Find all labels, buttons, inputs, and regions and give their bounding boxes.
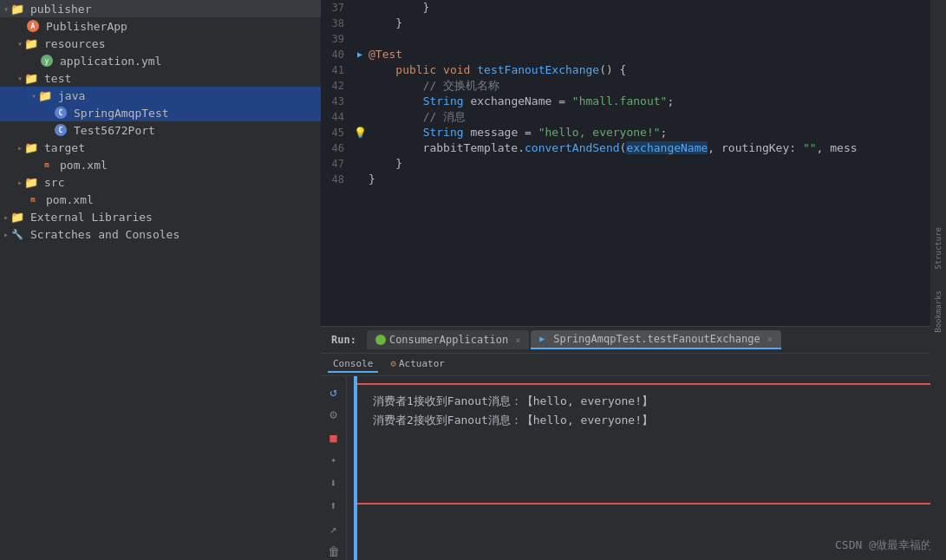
line-number: 46	[321, 140, 351, 156]
bookmarks-label: Bookmarks	[934, 290, 943, 333]
folder-icon: 📁	[24, 36, 38, 50]
code-text: }	[369, 172, 946, 187]
tree-item-src[interactable]: ▸📁src	[0, 173, 321, 191]
tree-item-label-publisher: publisher	[30, 3, 91, 16]
comment: // 消息	[423, 110, 466, 123]
tree-item-publisherapp[interactable]: APublisherApp	[0, 17, 321, 35]
code-line-46: 46 rabbitTemplate.convertAndSend(exchang…	[321, 140, 946, 156]
run-tabs: ConsumerApplication×▶SpringAmqpTest.test…	[367, 330, 781, 349]
code-text: }	[369, 16, 946, 31]
line-number: 38	[321, 16, 351, 31]
export-btn[interactable]: ↗	[324, 520, 343, 537]
restart-btn[interactable]: ↺	[324, 383, 343, 400]
yaml-icon: y	[40, 54, 54, 68]
chevron-icon: ▾	[31, 91, 36, 101]
xml-icon: m	[26, 192, 40, 206]
tree-item-label-applicationyml: application.yml	[60, 55, 161, 68]
line-number: 43	[321, 94, 351, 109]
run-tab-springtest[interactable]: ▶SpringAmqpTest.testFanoutExchange×	[531, 330, 780, 349]
tree-item-label-target: target	[44, 141, 85, 154]
code-line-38: 38 }	[321, 16, 946, 31]
code-text: }	[369, 156, 946, 172]
code-line-41: 41 public void testFanoutExchange() {	[321, 62, 946, 78]
code-line-40: 40▶@Test	[321, 47, 946, 62]
line-number: 40	[321, 47, 351, 62]
pin-btn[interactable]: ✦	[324, 452, 343, 469]
up-btn[interactable]: ⬆	[324, 497, 343, 514]
tree-item-springamqptest[interactable]: CSpringAmqpTest	[0, 104, 321, 121]
comment: // 交换机名称	[423, 79, 499, 92]
actuator-icon: ⚙	[390, 358, 396, 369]
chevron-icon: ▸	[3, 212, 9, 222]
toolbar-tab-console[interactable]: Console	[328, 356, 378, 373]
string-literal: "hello, everyone!"	[538, 126, 661, 139]
code-line-45: 45💡 String message = "hello, everyone!";	[321, 125, 946, 140]
folder-icon: 📁	[38, 88, 52, 102]
keyword: public	[395, 63, 436, 76]
string-literal: "hmall.fanout"	[572, 94, 668, 107]
lightbulb-icon[interactable]: 💡	[354, 125, 367, 140]
output-lines: 消费者1接收到Fanout消息：【hello, everyone!】消费者2接收…	[373, 392, 930, 430]
toolbar-tabs: Console⚙Actuator	[328, 356, 450, 373]
tree-item-resources[interactable]: ▾📁resources	[0, 35, 321, 52]
tree-item-label-test: test	[44, 72, 71, 85]
tree-item-applicationyml[interactable]: yapplication.yml	[0, 52, 321, 69]
code-text: public void testFanoutExchange() {	[369, 62, 946, 78]
tree-item-java[interactable]: ▾📁java	[0, 87, 321, 104]
java-icon: C	[54, 106, 68, 120]
folder-icon: 📁	[24, 71, 38, 85]
scratches-icon: 🔧	[10, 227, 24, 241]
line-number: 41	[321, 62, 351, 78]
line-number: 45	[321, 125, 351, 140]
output-line-1: 消费者2接收到Fanout消息：【hello, everyone!】	[373, 411, 930, 430]
run-label: Run:	[328, 334, 360, 346]
tree-item-publisher[interactable]: ▾📁publisher	[0, 0, 321, 17]
code-line-37: 37 }	[321, 0, 946, 16]
code-line-44: 44 // 消息	[321, 109, 946, 125]
line-number: 37	[321, 0, 351, 16]
run-side-toolbar: ↺ ⚙ ■ ✦ ⬇ ⬆ ↗ 🗑	[321, 376, 347, 560]
tree-item-test5672port[interactable]: CTest5672Port	[0, 121, 321, 139]
var-highlight: exchangeName	[626, 141, 708, 154]
annotation: @Test	[369, 48, 402, 61]
folder-icon: 📁	[10, 210, 24, 224]
structure-sidebar: Structure Bookmarks	[930, 0, 946, 560]
folder-icon: 📁	[10, 2, 24, 16]
toolbar-tab-actuator[interactable]: ⚙Actuator	[385, 356, 450, 373]
tree-item-pomxml1[interactable]: mpom.xml	[0, 156, 321, 173]
line-gutter: 💡	[351, 125, 369, 140]
type-keyword: String	[423, 126, 464, 139]
close-icon[interactable]: ×	[515, 335, 520, 345]
line-number: 42	[321, 78, 351, 94]
tree-item-pomxml2[interactable]: mpom.xml	[0, 191, 321, 208]
chevron-icon: ▸	[17, 178, 23, 187]
code-text: String message = "hello, everyone!";	[369, 125, 946, 140]
tree-item-test[interactable]: ▾📁test	[0, 69, 321, 87]
java-orange-icon: A	[26, 19, 40, 33]
output-line-0: 消费者1接收到Fanout消息：【hello, everyone!】	[373, 392, 930, 411]
close-icon[interactable]: ×	[767, 335, 773, 344]
delete-btn[interactable]: 🗑	[324, 543, 343, 560]
tree-item-label-publisherapp: PublisherApp	[46, 20, 127, 33]
code-line-47: 47 }	[321, 156, 946, 172]
tree-item-target[interactable]: ▸📁target	[0, 139, 321, 156]
tree-item-label-pomxml1: pom.xml	[60, 159, 108, 172]
output-box: 消费者1接收到Fanout消息：【hello, everyone!】消费者2接收…	[354, 383, 939, 505]
run-header: Run: ConsumerApplication×▶SpringAmqpTest…	[321, 327, 946, 354]
tree-item-extlibs[interactable]: ▸📁External Libraries	[0, 208, 321, 225]
xml-icon: m	[40, 158, 54, 172]
tree-item-scratches[interactable]: ▸🔧Scratches and Consoles	[0, 225, 321, 243]
down-btn[interactable]: ⬇	[324, 474, 343, 492]
folder-icon: 📁	[24, 140, 38, 154]
code-text: }	[369, 0, 946, 16]
line-number: 44	[321, 109, 351, 125]
run-tab-consumer[interactable]: ConsumerApplication×	[367, 330, 529, 349]
stop-btn[interactable]: ■	[324, 429, 343, 446]
code-text: String exchangeName = "hmall.fanout";	[369, 94, 946, 109]
java-icon: C	[54, 123, 68, 137]
code-line-42: 42 // 交换机名称	[321, 78, 946, 94]
tree-item-label-pomxml2: pom.xml	[46, 193, 94, 206]
run-tab-label-springtest: SpringAmqpTest.testFanoutExchange	[553, 333, 760, 345]
tree-item-label-springamqptest: SpringAmqpTest	[74, 107, 169, 120]
settings-btn[interactable]: ⚙	[324, 406, 343, 423]
